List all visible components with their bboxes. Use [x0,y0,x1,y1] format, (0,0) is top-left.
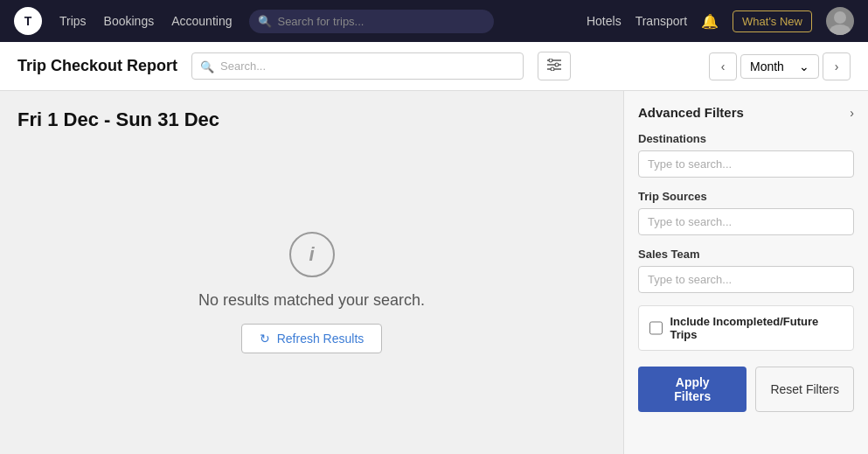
sales-team-filter: Sales Team [638,248,854,293]
body-layout: Fri 1 Dec - Sun 31 Dec i No results matc… [0,91,868,454]
destinations-label: Destinations [638,132,854,145]
sidebar-title: Advanced Filters [638,105,744,120]
page-header: Trip Checkout Report 🔍 ‹ Month ⌄ › [0,42,868,91]
destinations-input[interactable] [638,150,854,178]
svg-point-1 [830,24,851,35]
nav-bookings[interactable]: Bookings [104,14,155,28]
topnav-search-icon: 🔍 [258,15,272,28]
nav-accounting[interactable]: Accounting [171,14,232,28]
trip-sources-label: Trip Sources [638,190,854,203]
sidebar-chevron-icon[interactable]: › [850,106,854,120]
page: Trip Checkout Report 🔍 ‹ Month ⌄ › Fri 1… [0,42,868,454]
empty-state: i No results matched your search. ↻ Refr… [17,149,606,437]
page-title: Trip Checkout Report [17,57,177,75]
include-incomplete-row: Include Incompleted/Future Trips [638,305,854,351]
info-icon: i [289,232,335,277]
svg-point-6 [555,63,559,66]
nav-hotels[interactable]: Hotels [587,14,621,28]
refresh-icon: ↻ [260,332,270,346]
trip-sources-input[interactable] [638,208,854,235]
sidebar-header: Advanced Filters › [638,105,854,120]
svg-point-0 [834,11,846,24]
action-row: Apply Filters Reset Filters [638,367,854,412]
svg-point-5 [549,59,552,62]
app-logo[interactable]: T [14,7,42,35]
right-sidebar: Advanced Filters › Destinations Trip Sou… [623,91,868,454]
sales-team-label: Sales Team [638,248,854,261]
include-incomplete-checkbox[interactable] [649,321,663,335]
top-nav: T Trips Bookings Accounting 🔍 Hotels Tra… [0,0,868,42]
main-search-icon: 🔍 [200,59,214,73]
next-button[interactable]: › [823,52,851,80]
sales-team-input[interactable] [638,266,854,293]
svg-point-7 [551,67,554,71]
month-dropdown[interactable]: Month ⌄ [740,54,819,79]
include-incomplete-label: Include Incompleted/Future Trips [670,315,843,341]
main-content: Fri 1 Dec - Sun 31 Dec i No results matc… [0,91,623,454]
apply-filters-button[interactable]: Apply Filters [638,367,746,412]
topnav-right: Hotels Transport 🔔 What's New [587,7,854,35]
user-avatar[interactable] [826,7,854,35]
date-range: Fri 1 Dec - Sun 31 Dec [17,108,606,131]
refresh-results-button[interactable]: ↻ Refresh Results [241,324,383,353]
nav-arrows: ‹ Month ⌄ › [709,52,851,80]
chevron-down-icon: ⌄ [799,59,809,73]
nav-transport[interactable]: Transport [635,14,687,28]
topnav-search-wrap: 🔍 [249,10,494,33]
main-search-input[interactable] [191,52,524,80]
nav-trips[interactable]: Trips [59,14,87,28]
trip-sources-filter: Trip Sources [638,190,854,235]
reset-filters-button[interactable]: Reset Filters [755,367,854,412]
prev-button[interactable]: ‹ [709,52,737,80]
whats-new-button[interactable]: What's New [733,10,812,32]
destinations-filter: Destinations [638,132,854,178]
main-search-wrap: 🔍 [191,52,524,80]
topnav-search-input[interactable] [249,10,494,33]
filter-icon-button[interactable] [538,52,571,80]
empty-message: No results matched your search. [198,291,425,310]
nav-links: Trips Bookings Accounting [59,14,232,28]
notification-icon[interactable]: 🔔 [701,13,719,30]
